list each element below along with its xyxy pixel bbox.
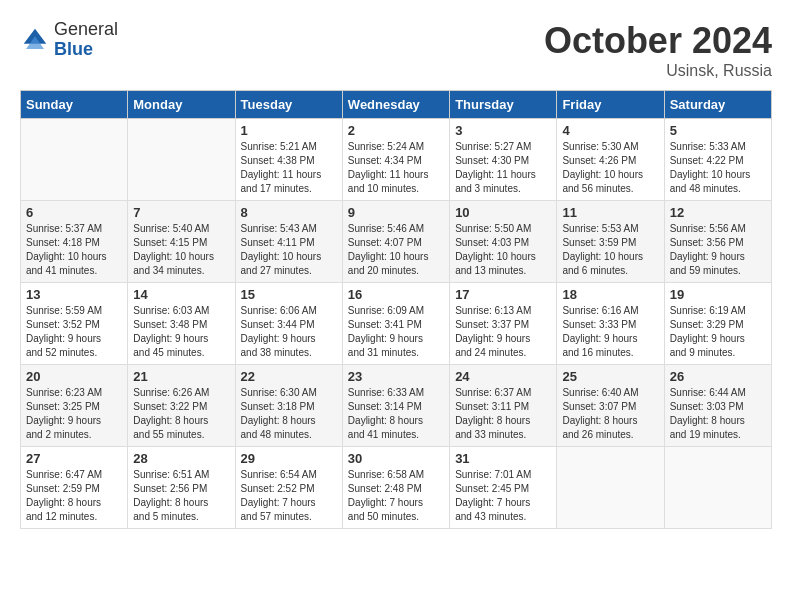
day-number: 21: [133, 369, 229, 384]
location: Usinsk, Russia: [544, 62, 772, 80]
day-content: Sunrise: 5:37 AM Sunset: 4:18 PM Dayligh…: [26, 222, 122, 278]
day-content: Sunrise: 6:51 AM Sunset: 2:56 PM Dayligh…: [133, 468, 229, 524]
week-row-1: 1Sunrise: 5:21 AM Sunset: 4:38 PM Daylig…: [21, 119, 772, 201]
day-number: 1: [241, 123, 337, 138]
day-number: 29: [241, 451, 337, 466]
day-content: Sunrise: 6:26 AM Sunset: 3:22 PM Dayligh…: [133, 386, 229, 442]
day-number: 28: [133, 451, 229, 466]
week-row-5: 27Sunrise: 6:47 AM Sunset: 2:59 PM Dayli…: [21, 447, 772, 529]
calendar-table: SundayMondayTuesdayWednesdayThursdayFrid…: [20, 90, 772, 529]
calendar-cell: 5Sunrise: 5:33 AM Sunset: 4:22 PM Daylig…: [664, 119, 771, 201]
weekday-header-wednesday: Wednesday: [342, 91, 449, 119]
day-content: Sunrise: 6:09 AM Sunset: 3:41 PM Dayligh…: [348, 304, 444, 360]
day-number: 9: [348, 205, 444, 220]
day-number: 10: [455, 205, 551, 220]
calendar-cell: 30Sunrise: 6:58 AM Sunset: 2:48 PM Dayli…: [342, 447, 449, 529]
day-content: Sunrise: 5:43 AM Sunset: 4:11 PM Dayligh…: [241, 222, 337, 278]
calendar-cell: [128, 119, 235, 201]
calendar-cell: 9Sunrise: 5:46 AM Sunset: 4:07 PM Daylig…: [342, 201, 449, 283]
day-number: 22: [241, 369, 337, 384]
day-number: 7: [133, 205, 229, 220]
calendar-cell: 28Sunrise: 6:51 AM Sunset: 2:56 PM Dayli…: [128, 447, 235, 529]
calendar-cell: 19Sunrise: 6:19 AM Sunset: 3:29 PM Dayli…: [664, 283, 771, 365]
calendar-cell: 20Sunrise: 6:23 AM Sunset: 3:25 PM Dayli…: [21, 365, 128, 447]
day-content: Sunrise: 6:58 AM Sunset: 2:48 PM Dayligh…: [348, 468, 444, 524]
weekday-header-row: SundayMondayTuesdayWednesdayThursdayFrid…: [21, 91, 772, 119]
day-number: 24: [455, 369, 551, 384]
calendar-cell: 29Sunrise: 6:54 AM Sunset: 2:52 PM Dayli…: [235, 447, 342, 529]
day-content: Sunrise: 5:30 AM Sunset: 4:26 PM Dayligh…: [562, 140, 658, 196]
calendar-cell: 8Sunrise: 5:43 AM Sunset: 4:11 PM Daylig…: [235, 201, 342, 283]
day-content: Sunrise: 6:13 AM Sunset: 3:37 PM Dayligh…: [455, 304, 551, 360]
calendar-cell: 24Sunrise: 6:37 AM Sunset: 3:11 PM Dayli…: [450, 365, 557, 447]
week-row-3: 13Sunrise: 5:59 AM Sunset: 3:52 PM Dayli…: [21, 283, 772, 365]
weekday-header-friday: Friday: [557, 91, 664, 119]
calendar-cell: 12Sunrise: 5:56 AM Sunset: 3:56 PM Dayli…: [664, 201, 771, 283]
week-row-4: 20Sunrise: 6:23 AM Sunset: 3:25 PM Dayli…: [21, 365, 772, 447]
weekday-header-saturday: Saturday: [664, 91, 771, 119]
day-number: 5: [670, 123, 766, 138]
title-block: October 2024 Usinsk, Russia: [544, 20, 772, 80]
calendar-cell: 17Sunrise: 6:13 AM Sunset: 3:37 PM Dayli…: [450, 283, 557, 365]
calendar-cell: 1Sunrise: 5:21 AM Sunset: 4:38 PM Daylig…: [235, 119, 342, 201]
day-number: 4: [562, 123, 658, 138]
day-content: Sunrise: 5:40 AM Sunset: 4:15 PM Dayligh…: [133, 222, 229, 278]
day-content: Sunrise: 6:19 AM Sunset: 3:29 PM Dayligh…: [670, 304, 766, 360]
calendar-cell: 18Sunrise: 6:16 AM Sunset: 3:33 PM Dayli…: [557, 283, 664, 365]
day-number: 14: [133, 287, 229, 302]
day-number: 16: [348, 287, 444, 302]
day-number: 6: [26, 205, 122, 220]
calendar-cell: [557, 447, 664, 529]
day-number: 18: [562, 287, 658, 302]
day-content: Sunrise: 5:50 AM Sunset: 4:03 PM Dayligh…: [455, 222, 551, 278]
day-content: Sunrise: 6:47 AM Sunset: 2:59 PM Dayligh…: [26, 468, 122, 524]
calendar-cell: 16Sunrise: 6:09 AM Sunset: 3:41 PM Dayli…: [342, 283, 449, 365]
calendar-cell: 27Sunrise: 6:47 AM Sunset: 2:59 PM Dayli…: [21, 447, 128, 529]
day-content: Sunrise: 6:44 AM Sunset: 3:03 PM Dayligh…: [670, 386, 766, 442]
calendar-cell: 10Sunrise: 5:50 AM Sunset: 4:03 PM Dayli…: [450, 201, 557, 283]
day-number: 26: [670, 369, 766, 384]
month-title: October 2024: [544, 20, 772, 62]
calendar-cell: 31Sunrise: 7:01 AM Sunset: 2:45 PM Dayli…: [450, 447, 557, 529]
day-content: Sunrise: 6:40 AM Sunset: 3:07 PM Dayligh…: [562, 386, 658, 442]
calendar-cell: 21Sunrise: 6:26 AM Sunset: 3:22 PM Dayli…: [128, 365, 235, 447]
day-number: 30: [348, 451, 444, 466]
calendar-cell: 13Sunrise: 5:59 AM Sunset: 3:52 PM Dayli…: [21, 283, 128, 365]
calendar-cell: 25Sunrise: 6:40 AM Sunset: 3:07 PM Dayli…: [557, 365, 664, 447]
day-number: 8: [241, 205, 337, 220]
weekday-header-tuesday: Tuesday: [235, 91, 342, 119]
day-content: Sunrise: 5:21 AM Sunset: 4:38 PM Dayligh…: [241, 140, 337, 196]
day-content: Sunrise: 5:33 AM Sunset: 4:22 PM Dayligh…: [670, 140, 766, 196]
day-content: Sunrise: 5:56 AM Sunset: 3:56 PM Dayligh…: [670, 222, 766, 278]
day-number: 2: [348, 123, 444, 138]
weekday-header-sunday: Sunday: [21, 91, 128, 119]
calendar-cell: 14Sunrise: 6:03 AM Sunset: 3:48 PM Dayli…: [128, 283, 235, 365]
day-content: Sunrise: 7:01 AM Sunset: 2:45 PM Dayligh…: [455, 468, 551, 524]
day-number: 19: [670, 287, 766, 302]
calendar-cell: 2Sunrise: 5:24 AM Sunset: 4:34 PM Daylig…: [342, 119, 449, 201]
page-header: General Blue October 2024 Usinsk, Russia: [20, 20, 772, 80]
logo-blue-text: Blue: [54, 39, 93, 59]
day-content: Sunrise: 6:30 AM Sunset: 3:18 PM Dayligh…: [241, 386, 337, 442]
calendar-cell: 7Sunrise: 5:40 AM Sunset: 4:15 PM Daylig…: [128, 201, 235, 283]
week-row-2: 6Sunrise: 5:37 AM Sunset: 4:18 PM Daylig…: [21, 201, 772, 283]
day-number: 20: [26, 369, 122, 384]
calendar-cell: 26Sunrise: 6:44 AM Sunset: 3:03 PM Dayli…: [664, 365, 771, 447]
day-number: 27: [26, 451, 122, 466]
day-number: 11: [562, 205, 658, 220]
day-content: Sunrise: 6:03 AM Sunset: 3:48 PM Dayligh…: [133, 304, 229, 360]
day-number: 13: [26, 287, 122, 302]
logo-icon: [20, 25, 50, 55]
day-content: Sunrise: 6:16 AM Sunset: 3:33 PM Dayligh…: [562, 304, 658, 360]
weekday-header-thursday: Thursday: [450, 91, 557, 119]
day-content: Sunrise: 5:27 AM Sunset: 4:30 PM Dayligh…: [455, 140, 551, 196]
calendar-cell: 4Sunrise: 5:30 AM Sunset: 4:26 PM Daylig…: [557, 119, 664, 201]
day-number: 31: [455, 451, 551, 466]
calendar-cell: 6Sunrise: 5:37 AM Sunset: 4:18 PM Daylig…: [21, 201, 128, 283]
day-content: Sunrise: 5:59 AM Sunset: 3:52 PM Dayligh…: [26, 304, 122, 360]
calendar-cell: [21, 119, 128, 201]
calendar-cell: 11Sunrise: 5:53 AM Sunset: 3:59 PM Dayli…: [557, 201, 664, 283]
weekday-header-monday: Monday: [128, 91, 235, 119]
day-number: 15: [241, 287, 337, 302]
day-content: Sunrise: 6:37 AM Sunset: 3:11 PM Dayligh…: [455, 386, 551, 442]
